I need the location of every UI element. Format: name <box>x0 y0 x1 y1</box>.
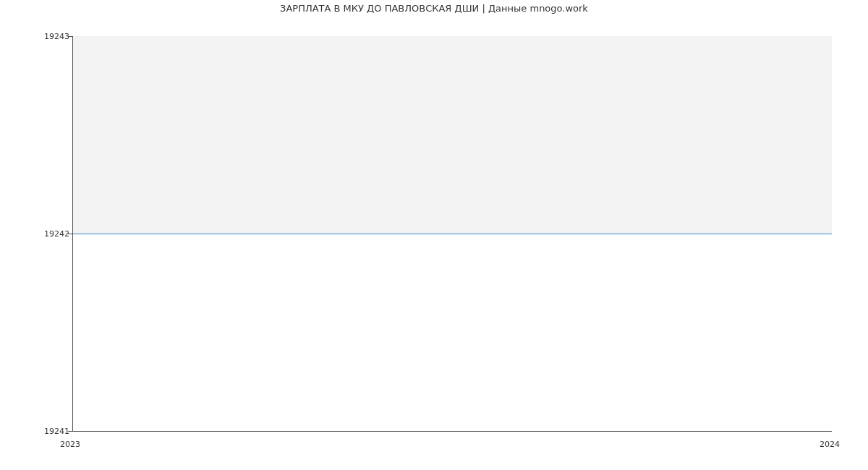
chart-title: ЗАРПЛАТА В МКУ ДО ПАВЛОВСКАЯ ДШИ | Данны… <box>0 3 868 14</box>
x-tick-label: 2024 <box>820 440 840 449</box>
y-tick-label: 19241 <box>44 427 69 436</box>
y-tick-label: 19243 <box>44 32 69 41</box>
chart-fill-area <box>73 36 832 234</box>
x-axis-line <box>72 431 832 432</box>
y-axis-line <box>72 36 73 431</box>
x-tick-label: 2023 <box>60 440 80 449</box>
salary-chart: ЗАРПЛАТА В МКУ ДО ПАВЛОВСКАЯ ДШИ | Данны… <box>0 0 868 470</box>
y-tick-label: 19242 <box>44 229 69 239</box>
chart-series-line <box>72 234 832 234</box>
